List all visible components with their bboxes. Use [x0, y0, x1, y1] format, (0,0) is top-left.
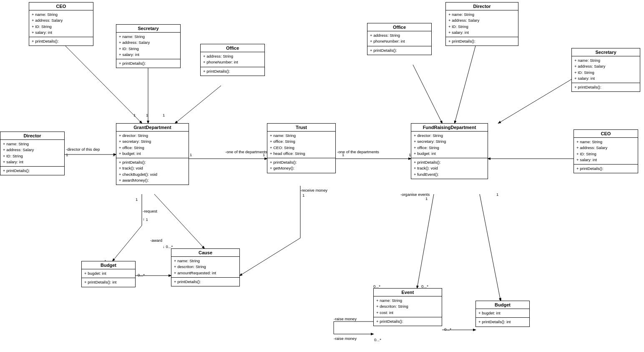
budget-left-title: Budget: [82, 261, 135, 269]
uml-diagram: 1 1 1 1 -director of this dep 1 1 1 -one…: [0, 0, 644, 352]
office-left-box: Office + address: String+ phoneNumber: i…: [200, 44, 265, 76]
event-box: Event + name: String+ descriton: String+…: [373, 288, 442, 326]
svg-line-17: [480, 194, 501, 301]
office-right-methods: + printDetails():: [367, 46, 431, 55]
director-right-box: Director + name: String+ address: Salary…: [445, 2, 518, 46]
label-fund-budget-1: 1: [496, 192, 498, 197]
event-methods: + printDetails():: [374, 317, 442, 326]
label-grant-trust-1: 1: [190, 152, 192, 157]
budget-right-box: Budget + bugdet: int + printDetails(): i…: [475, 301, 530, 327]
budget-right-title: Budget: [476, 301, 529, 309]
ceo-right-methods: + printDetails():: [574, 165, 638, 173]
secretary-left-box: Secretary + name: String+ address: Salar…: [116, 24, 181, 68]
grant-dept-box: GrantDepartment + director: String+ secr…: [116, 123, 189, 185]
label-grant-1c: 1: [163, 113, 165, 117]
director-right-title: Director: [446, 3, 518, 10]
label-request-1a: 1: [136, 197, 138, 202]
label-raise-money2: -raise money: [334, 336, 357, 341]
svg-line-13: [455, 46, 475, 123]
arrows-svg: [0, 0, 644, 352]
svg-line-12: [413, 65, 442, 123]
ceo-right-title: CEO: [574, 130, 638, 138]
fundraising-dept-title: FundRaisingDepartment: [411, 124, 488, 132]
director-right-attrs: + name: String+ address: Salary+ ID: Str…: [446, 10, 518, 37]
ceo-left-methods: + printDetails():: [29, 37, 93, 46]
ceo-left-attrs: + name: String+ address: Salary+ ID: Str…: [29, 10, 93, 37]
budget-left-attrs: + bugdet: int: [82, 269, 135, 278]
budget-right-methods: + printDetails(): int: [476, 318, 529, 326]
director-left-attrs: + name: String+ address: Salary+ ID: Str…: [0, 140, 64, 167]
fundraising-dept-box: FundRaisingDepartment + director: String…: [411, 123, 488, 179]
label-one-of-dept-left: -one of the departments: [225, 149, 267, 154]
ceo-right-attrs: + name: String+ address: Salary+ ID: Str…: [574, 138, 638, 165]
cause-methods: + printDetails():: [171, 278, 239, 286]
cause-attrs: + name: String+ descriton: String+ amoun…: [171, 257, 239, 278]
trust-title: Trust: [267, 124, 335, 132]
svg-line-16: [417, 194, 434, 288]
budget-right-attrs: + bugdet: int: [476, 309, 529, 318]
secretary-right-methods: + printDetails():: [572, 83, 640, 91]
cause-box: Cause + name: String+ descriton: String+…: [171, 248, 240, 286]
svg-line-11: [240, 238, 300, 276]
label-trust-cause-1: 1: [302, 193, 304, 198]
label-trust-1: 1: [263, 152, 265, 157]
trust-methods: + printDetails():+ getMoney():: [267, 158, 335, 173]
label-award: -award: [150, 238, 162, 243]
secretary-left-methods: + printDetails():: [116, 59, 180, 68]
office-left-title: Office: [201, 44, 264, 52]
director-right-methods: + printDetails():: [446, 37, 518, 46]
ceo-left-title: CEO: [29, 3, 93, 10]
budget-left-methods: + printDetails(): int: [82, 278, 135, 286]
label-dir-1: 1: [66, 152, 68, 157]
director-left-title: Director: [0, 132, 64, 140]
label-event-self-mult: 0...*: [374, 337, 381, 342]
label-request: -request: [143, 209, 157, 213]
ceo-left-box: CEO + name: String+ address: Salary+ ID:…: [29, 2, 93, 46]
secretary-right-title: Secretary: [572, 48, 640, 56]
svg-line-14: [498, 79, 571, 123]
office-right-attrs: + address: String+ phoneNumber: int: [367, 31, 431, 46]
office-right-box: Office + address: String+ phoneNumber: i…: [367, 23, 432, 55]
label-budget-cause-mult: 0...*: [138, 273, 145, 277]
label-fund-event-1: 1: [425, 196, 428, 201]
cause-title: Cause: [171, 249, 239, 257]
label-trust-fund-1: 1: [342, 152, 344, 157]
event-attrs: + name: String+ descriton: String+ cost:…: [374, 296, 442, 317]
label-grant-1a: 1: [133, 113, 136, 117]
label-grant-1b: 1: [146, 113, 148, 117]
event-title: Event: [374, 289, 442, 296]
label-event-budget-mult: 0...*: [444, 327, 451, 332]
budget-left-box: Budget + bugdet: int + printDetails(): i…: [81, 261, 136, 287]
grant-dept-attrs: + director: String+ secretary: String+ o…: [116, 132, 189, 158]
grant-dept-title: GrantDepartment: [116, 124, 189, 132]
grant-dept-methods: + printDetails():+ track(): void+ checkB…: [116, 158, 189, 185]
label-dir-dep: -director of this dep: [66, 147, 100, 152]
office-right-title: Office: [367, 23, 431, 31]
director-left-methods: + printDetails():: [0, 167, 64, 175]
trust-box: Trust + name: String+ office: String+ CE…: [267, 123, 336, 173]
ceo-right-box: CEO + name: String+ address: Salary+ ID:…: [574, 129, 638, 173]
trust-attrs: + name: String+ office: String+ CEO: Str…: [267, 132, 335, 158]
label-receive-money: -receive money: [300, 188, 327, 192]
office-left-attrs: + address: String+ phoneNumber: int: [201, 52, 264, 67]
secretary-right-box: Secretary + name: String+ address: Salar…: [571, 48, 640, 92]
fundraising-dept-attrs: + director: String+ secretary: String+ o…: [411, 132, 488, 158]
svg-line-7: [113, 225, 142, 261]
svg-line-2: [175, 86, 221, 123]
office-left-methods: + printDetails():: [201, 67, 264, 76]
label-raise-money: -raise money: [334, 317, 357, 321]
secretary-left-attrs: + name: String+ address: Salary+ ID: Str…: [116, 33, 180, 59]
label-request-1b: ↑ 1: [143, 217, 148, 222]
secretary-right-attrs: + name: String+ address: Salary+ ID: Str…: [572, 56, 640, 83]
label-grant-dir-1: 1: [113, 152, 115, 157]
director-left-box: Director + name: String+ address: Salary…: [0, 132, 65, 175]
secretary-left-title: Secretary: [116, 25, 180, 33]
fundraising-dept-methods: + printDetails():+ track(): void+ fundEv…: [411, 158, 488, 179]
